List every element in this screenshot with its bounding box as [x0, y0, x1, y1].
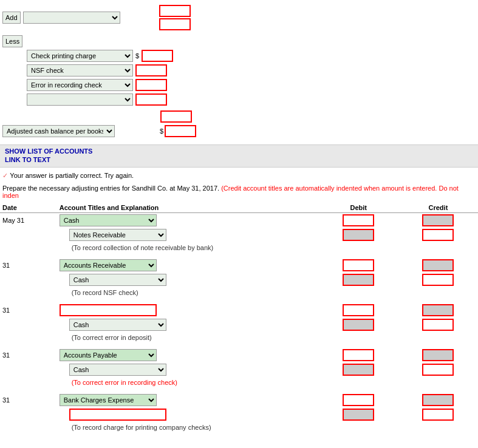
table-row: Cash [0, 317, 478, 332]
table-row: 31 Accounts Receivable [0, 258, 478, 273]
entry-4-credit-1[interactable] [422, 349, 454, 361]
instructions: Prepare the necessary adjusting entries … [0, 183, 478, 203]
header-account: Account Titles and Explanation [57, 203, 319, 213]
table-row: 31 [0, 303, 478, 317]
show-accounts-link[interactable]: SHOW LIST OF ACCOUNTS [5, 148, 473, 155]
entry-5-account-2-input[interactable] [69, 409, 166, 421]
adjusted-amount[interactable] [165, 125, 196, 137]
less-button[interactable]: Less [2, 35, 22, 47]
entry-1-note: (To record collection of note receivable… [60, 243, 214, 252]
less-item-2-select[interactable]: NSF check [27, 64, 133, 76]
entry-2-ar-select[interactable]: Accounts Receivable [60, 259, 157, 271]
entry-4-ap-select[interactable]: Accounts Payable [60, 349, 157, 361]
header-date: Date [0, 203, 57, 213]
link-to-text[interactable]: LINK TO TEXT [5, 156, 473, 163]
entry-1-date: May 31 [0, 213, 57, 228]
entry-4-note: (To correct error in recording check) [60, 378, 177, 387]
entry-2-cash-select[interactable]: Cash [69, 274, 166, 286]
less-item-4-amount[interactable] [135, 93, 167, 106]
add-amount-top[interactable] [159, 5, 191, 17]
adjusted-select[interactable]: Adjusted cash balance per books [2, 125, 115, 137]
table-row: 31 Accounts Payable [0, 348, 478, 362]
entry-1-cash-select[interactable]: Cash [60, 214, 157, 226]
entry-5-note: (To record charge for printing company c… [60, 423, 211, 432]
entry-1-account-1[interactable]: Cash [57, 213, 319, 228]
entry-1-debit-1[interactable] [343, 214, 374, 226]
less-item-1-select[interactable]: Check printing charge [27, 50, 133, 62]
entry-3-date: 31 [0, 303, 57, 317]
entry-5-credit-2[interactable] [422, 409, 454, 421]
less-item-3-amount[interactable] [135, 79, 167, 91]
entry-5-bce-select[interactable]: Bank Charges Expense [60, 394, 157, 406]
entry-3-credit-2[interactable] [422, 319, 454, 331]
entry-5-debit-1[interactable] [343, 394, 374, 406]
entry-4-debit-2[interactable] [343, 364, 374, 376]
less-item-4-select[interactable] [27, 93, 133, 106]
entry-1-credit-1[interactable] [422, 214, 454, 226]
table-row: (To record collection of note receivable… [0, 242, 478, 253]
journal-table: Date Account Titles and Explanation Debi… [0, 203, 478, 433]
feedback-section: ✓ Your answer is partially correct. Try … [0, 168, 478, 183]
table-row: Cash [0, 273, 478, 287]
table-row: May 31 Cash [0, 213, 478, 228]
entry-5-date: 31 [0, 393, 57, 407]
feedback-icon: ✓ [2, 172, 8, 179]
less-item-1-amount[interactable] [142, 50, 173, 62]
entry-4-debit-1[interactable] [343, 349, 374, 361]
table-row: (To record NSF check) [0, 287, 478, 298]
header-credit: Credit [398, 203, 478, 213]
less-item-3-select[interactable]: Error in recording check [27, 79, 133, 91]
table-row: Notes Receivable [0, 228, 478, 242]
table-row: (To record charge for printing company c… [0, 422, 478, 433]
entry-4-credit-2[interactable] [422, 364, 454, 376]
table-row: Cash [0, 362, 478, 377]
entry-1-debit-2[interactable] [343, 229, 374, 241]
entry-2-credit-1[interactable] [422, 259, 454, 271]
entry-2-note: (To record NSF check) [60, 288, 138, 297]
entry-2-credit-2[interactable] [422, 274, 454, 286]
add-amount-bottom[interactable] [159, 18, 191, 30]
entry-3-debit-2[interactable] [343, 319, 374, 331]
entry-3-cash-select[interactable]: Cash [69, 319, 166, 331]
entry-2-debit-2[interactable] [343, 274, 374, 286]
links-section: SHOW LIST OF ACCOUNTS LINK TO TEXT [0, 144, 478, 168]
entry-1-credit-2[interactable] [422, 229, 454, 241]
feedback-text: Your answer is partially correct. Try ag… [10, 172, 134, 179]
add-button[interactable]: Add [2, 12, 21, 24]
table-row [0, 407, 478, 422]
less-subtotal[interactable] [160, 110, 192, 123]
entry-4-cash-select[interactable]: Cash [69, 364, 166, 376]
entry-5-credit-1[interactable] [422, 394, 454, 406]
table-row: 31 Bank Charges Expense [0, 393, 478, 407]
entry-5-debit-2[interactable] [343, 409, 374, 421]
table-row: (To correct error in recording check) [0, 377, 478, 388]
entry-3-account-1-input[interactable] [60, 304, 157, 316]
entry-3-credit-1[interactable] [422, 304, 454, 316]
table-row: (To correct error in deposit) [0, 332, 478, 343]
entry-2-debit-1[interactable] [343, 259, 374, 271]
add-select[interactable] [23, 12, 120, 24]
entry-3-note: (To correct error in deposit) [60, 333, 152, 342]
header-debit: Debit [319, 203, 398, 213]
entry-4-date: 31 [0, 348, 57, 362]
entry-2-date: 31 [0, 258, 57, 273]
less-item-2-amount[interactable] [135, 64, 167, 76]
entry-3-debit-1[interactable] [343, 304, 374, 316]
entry-1-notes-select[interactable]: Notes Receivable [69, 229, 166, 241]
